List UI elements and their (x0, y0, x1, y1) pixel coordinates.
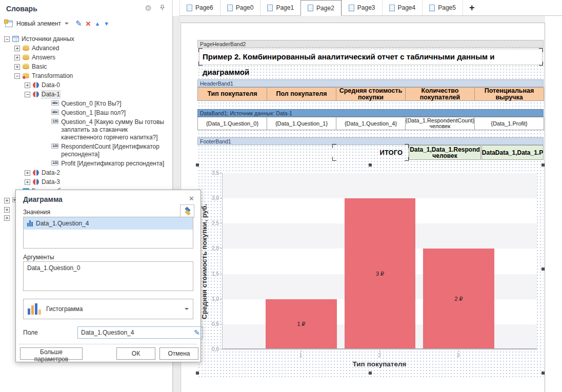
tree-item[interactable]: 123Profit [Идентификатор респондента] (0, 159, 172, 169)
interlace-stripe (223, 173, 537, 198)
plus-expander-icon[interactable]: + (14, 46, 20, 51)
report-title-text[interactable]: Пример 2. Комбинированный аналитический … (199, 49, 543, 65)
tab-page4[interactable]: Page4 (382, 0, 423, 15)
gear-icon[interactable]: ⚙ (145, 4, 152, 13)
tree-item-label: Answers (32, 54, 55, 61)
field-input[interactable] (78, 329, 191, 336)
chart-plot-area[interactable]: 1 ₽3 ₽2 ₽ (222, 173, 537, 349)
plus-expander-icon[interactable]: + (25, 179, 30, 185)
move-down-icon[interactable]: ▼ (104, 20, 109, 27)
summary-cell-respondents[interactable]: Data_1,Data_1.Respond человек (409, 145, 481, 160)
add-page-button[interactable]: + (463, 0, 481, 15)
data-cell[interactable]: {Data_1.Question_0} (197, 117, 267, 130)
chart-dialog: Диаграмма ✕ Значения Data_1.Question_4 А… (15, 190, 201, 362)
header-band-bar[interactable]: HeaderBand1 (197, 79, 544, 87)
plus-expander-icon[interactable]: + (14, 64, 20, 70)
tree-item[interactable]: +Data-3 (0, 178, 172, 187)
cancel-button[interactable]: Отмена (159, 347, 198, 360)
dictionary-header: Словарь ⚙ (0, 0, 172, 16)
data-cell[interactable]: {Data_1.RespondentCount} человек (405, 117, 475, 130)
tree-item[interactable]: +Advanced (0, 44, 172, 53)
layers-button[interactable] (180, 204, 194, 218)
tab-page0[interactable]: Page0 (220, 0, 260, 15)
selection-handle[interactable] (541, 372, 545, 375)
tree-item-label: Data-0 (42, 81, 60, 89)
data-band-bar[interactable]: DataBand1; Источник данных: Data-1 (197, 109, 544, 117)
tree-item[interactable]: −Источники данных (0, 35, 172, 44)
tab-page6[interactable]: Page6 (179, 0, 220, 15)
edit-pencil-icon[interactable]: ✎ (191, 328, 203, 337)
arguments-item-label: Data_1.Question_0 (27, 264, 80, 272)
tree-item[interactable]: +Answers (0, 53, 172, 63)
plus-expander-icon[interactable]: + (4, 207, 10, 213)
y-tick-mark (220, 324, 222, 324)
tree-item[interactable]: −Data-1 (0, 90, 172, 99)
edit-icon[interactable]: ✎ (75, 19, 82, 28)
tree-item-label: Basic (32, 63, 47, 71)
tab-page1[interactable]: Page1 (260, 0, 300, 15)
chart[interactable]: Средняя стоимость покупки, руб. Тип поку… (197, 165, 543, 373)
selection-handle[interactable] (196, 372, 199, 375)
chevron-down-icon (185, 308, 189, 310)
total-cell[interactable]: ИТОГО (333, 145, 408, 160)
selection-handle[interactable] (369, 163, 372, 167)
tab-label: Page6 (195, 4, 213, 11)
minus-expander-icon[interactable]: − (14, 73, 20, 79)
values-item[interactable]: Data_1.Question_4 (24, 217, 193, 230)
chart-type-dropdown[interactable]: Гистограмма (23, 299, 193, 319)
plus-expander-icon[interactable]: + (25, 170, 30, 176)
header-cell[interactable]: Количество покупателей (405, 87, 475, 101)
minus-expander-icon[interactable]: − (4, 36, 10, 42)
plus-expander-icon[interactable]: + (4, 215, 10, 221)
tab-label: Page3 (357, 4, 375, 11)
tree-item[interactable]: abcQuestion_0 [Кто Вы?] (0, 99, 172, 109)
field-label: Поле (23, 329, 38, 336)
tree-item[interactable]: +Data-0 (0, 81, 172, 90)
more-options-button[interactable]: Больше параметров (20, 347, 83, 360)
selection-handle[interactable] (196, 163, 199, 167)
data-cell[interactable]: {Data_1.Question_1} (267, 117, 336, 130)
transformation-icon (23, 73, 29, 78)
selection-handle[interactable] (369, 372, 372, 375)
arguments-listbox[interactable]: Data_1.Question_0 (23, 261, 193, 291)
y-tick-mark (220, 349, 222, 349)
selection-handle[interactable] (541, 267, 545, 271)
tab-label: Page4 (398, 4, 416, 11)
footer-band-bar[interactable]: FooterBand1 (197, 137, 544, 145)
header-cell[interactable]: Пол покупателя (267, 87, 336, 101)
close-icon[interactable]: ✕ (189, 195, 194, 202)
data-cell[interactable]: {Data_1.Question_4} (336, 117, 406, 130)
abc-icon: abc (51, 110, 59, 115)
tree-item[interactable]: 123RespondentCount [Идентификатор респон… (0, 142, 172, 159)
selection-handle[interactable] (541, 163, 545, 167)
page-header-band-bar[interactable]: PageHeaderBand2 (197, 40, 544, 48)
chevron-down-icon[interactable] (65, 23, 69, 25)
minus-expander-icon[interactable]: − (25, 92, 30, 97)
tree-item[interactable]: +Basic (0, 63, 172, 72)
arguments-item[interactable]: Data_1.Question_0 (24, 262, 193, 274)
x-tick-label: 1 (299, 353, 303, 358)
values-listbox[interactable]: Data_1.Question_4 (23, 217, 193, 249)
tab-page2[interactable]: Page2 (300, 0, 342, 16)
header-cell[interactable]: Потенциальная выручка (474, 87, 544, 101)
plus-expander-icon[interactable]: + (14, 55, 20, 60)
header-cell[interactable]: Средняя стоимость покупки (336, 87, 406, 101)
tree-item[interactable]: +Data-2 (0, 169, 172, 178)
pin-icon[interactable] (159, 5, 165, 12)
tree-item[interactable]: abcQuestion_1 [Ваш пол?] (0, 109, 172, 118)
tree-item-label: Question_4 [Какую сумму Вы готовы заплат… (61, 118, 169, 141)
header-cell[interactable]: Тип покупателя (197, 87, 267, 101)
panel-title: Словарь (6, 5, 37, 13)
delete-icon[interactable]: ✕ (86, 20, 91, 28)
plus-expander-icon[interactable]: + (25, 82, 30, 88)
new-item-button[interactable]: Новый элемент (16, 20, 61, 27)
move-up-icon[interactable]: ▲ (94, 20, 100, 27)
tree-item[interactable]: 123Question_4 [Какую сумму Вы готовы зап… (0, 118, 172, 142)
data-cell[interactable]: {Data_1.Profit} (474, 117, 544, 130)
plus-expander-icon[interactable]: + (4, 198, 10, 203)
tree-item[interactable]: −Transformation (0, 72, 172, 81)
ok-button[interactable]: ОК (116, 347, 155, 360)
tab-page3[interactable]: Page3 (342, 0, 382, 15)
tab-page5[interactable]: Page5 (422, 0, 463, 15)
summary-cell-profit[interactable]: DataData_1,Data_1.P (481, 145, 544, 160)
